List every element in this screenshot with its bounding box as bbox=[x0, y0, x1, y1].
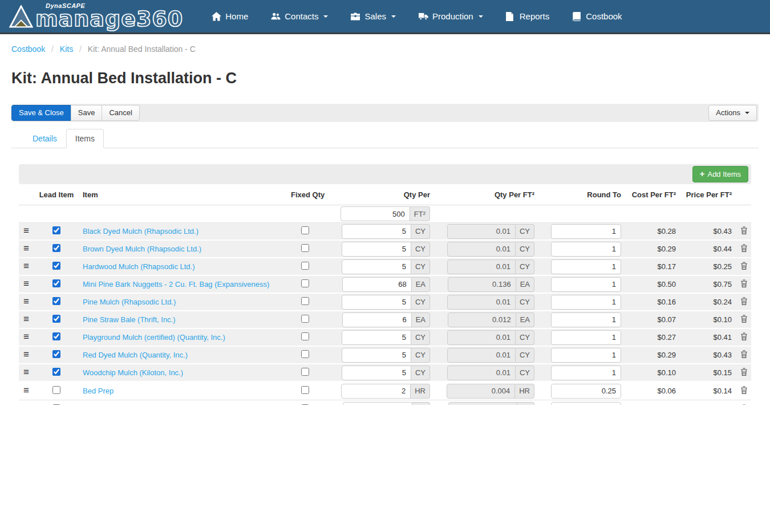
nav-item-sales[interactable]: Sales bbox=[339, 0, 407, 33]
lead-item-checkbox[interactable] bbox=[52, 262, 60, 270]
delete-item-button[interactable] bbox=[740, 404, 748, 405]
drag-handle-icon[interactable]: ≡ bbox=[23, 385, 29, 396]
round-to-input[interactable] bbox=[551, 330, 621, 345]
qty-per-input[interactable] bbox=[342, 366, 411, 380]
col-header-item: Item bbox=[77, 190, 291, 199]
item-link[interactable]: Black Dyed Mulch (Rhapsodic Ltd.) bbox=[83, 227, 198, 235]
save-button[interactable]: Save bbox=[71, 105, 103, 121]
item-link[interactable]: Pine Straw Bale (Thrift, Inc.) bbox=[83, 315, 176, 324]
item-link[interactable]: Hardwood Mulch (Rhapsodic Ltd.) bbox=[83, 262, 195, 271]
qty-per-input[interactable] bbox=[342, 295, 411, 310]
lead-item-checkbox[interactable] bbox=[52, 226, 60, 234]
round-to-input[interactable] bbox=[551, 402, 621, 405]
round-to-input[interactable] bbox=[551, 295, 621, 310]
drag-handle-icon[interactable]: ≡ bbox=[23, 314, 29, 324]
drag-handle-icon[interactable]: ≡ bbox=[23, 367, 29, 377]
fixed-qty-checkbox[interactable] bbox=[301, 244, 309, 252]
drag-handle-icon[interactable]: ≡ bbox=[23, 349, 29, 360]
drag-handle-icon[interactable]: ≡ bbox=[23, 225, 29, 236]
delete-item-button[interactable] bbox=[740, 279, 748, 288]
delete-item-button[interactable] bbox=[740, 315, 748, 323]
round-to-input[interactable] bbox=[551, 242, 621, 257]
trash-icon bbox=[740, 279, 748, 288]
item-link[interactable]: Playground Mulch (certified) (Quantity, … bbox=[83, 333, 225, 342]
round-to-input[interactable] bbox=[551, 277, 621, 292]
item-link[interactable]: Brown Dyed Mulch (Rhapsodic Ltd.) bbox=[83, 245, 201, 253]
fixed-qty-checkbox[interactable] bbox=[301, 386, 309, 394]
delete-item-button[interactable] bbox=[740, 297, 748, 306]
drag-handle-icon[interactable]: ≡ bbox=[23, 331, 29, 342]
round-to-input[interactable] bbox=[551, 259, 621, 274]
round-to-input[interactable] bbox=[551, 312, 621, 327]
lead-item-checkbox[interactable] bbox=[52, 332, 60, 340]
fixed-qty-checkbox[interactable] bbox=[301, 279, 309, 287]
qty-per-input[interactable] bbox=[341, 384, 411, 399]
drag-handle-icon[interactable]: ≡ bbox=[23, 403, 29, 405]
tab-details[interactable]: Details bbox=[23, 129, 66, 148]
fixed-qty-checkbox[interactable] bbox=[301, 350, 309, 358]
nav-item-home[interactable]: Home bbox=[200, 0, 260, 33]
breadcrumb-link-costbook[interactable]: Costbook bbox=[11, 44, 45, 54]
fixed-qty-checkbox[interactable] bbox=[301, 404, 309, 405]
nav-item-production[interactable]: Production bbox=[407, 0, 495, 33]
qty-per-input[interactable] bbox=[342, 259, 411, 274]
top-navbar: DynaSCAPE manage360 Home Contacts Sales … bbox=[0, 0, 770, 34]
add-items-button[interactable]: Add Items bbox=[692, 166, 748, 182]
lead-item-checkbox[interactable] bbox=[52, 368, 60, 376]
round-to-input[interactable] bbox=[551, 384, 621, 399]
fixed-qty-checkbox[interactable] bbox=[301, 368, 309, 376]
qty-per-ft2-input bbox=[447, 366, 516, 380]
item-link[interactable]: Bed Prep bbox=[83, 387, 114, 395]
qty-per-input[interactable] bbox=[342, 224, 411, 239]
nav-item-reports[interactable]: Reports bbox=[495, 0, 561, 33]
delete-item-button[interactable] bbox=[740, 244, 748, 253]
table-row: ≡ Red Dyed Mulch (Quantity, Inc.) CY CY … bbox=[19, 347, 751, 364]
cancel-button[interactable]: Cancel bbox=[102, 105, 139, 121]
round-to-input[interactable] bbox=[551, 366, 621, 380]
item-link[interactable]: Woodchip Mulch (Kiloton, Inc.) bbox=[83, 368, 183, 377]
lead-item-checkbox[interactable] bbox=[52, 386, 60, 394]
lead-item-checkbox[interactable] bbox=[52, 244, 60, 252]
qty-per-input[interactable] bbox=[342, 242, 411, 257]
drag-handle-icon[interactable]: ≡ bbox=[23, 278, 29, 289]
lead-item-checkbox[interactable] bbox=[52, 315, 60, 323]
delete-item-button[interactable] bbox=[740, 262, 748, 270]
delete-item-button[interactable] bbox=[740, 368, 748, 376]
drag-handle-icon[interactable]: ≡ bbox=[23, 243, 29, 254]
round-to-input[interactable] bbox=[551, 224, 621, 239]
qty-per-input[interactable] bbox=[342, 330, 411, 345]
lead-item-checkbox[interactable] bbox=[52, 279, 60, 287]
lead-item-checkbox[interactable] bbox=[52, 297, 60, 305]
delete-item-button[interactable] bbox=[740, 386, 748, 395]
action-toolbar: Save & Close Save Cancel Actions bbox=[11, 104, 759, 122]
delete-item-button[interactable] bbox=[740, 350, 748, 359]
nav-item-costbook[interactable]: Costbook bbox=[561, 0, 633, 33]
item-link[interactable]: Red Dyed Mulch (Quantity, Inc.) bbox=[83, 351, 188, 359]
qty-per-input[interactable] bbox=[342, 348, 411, 363]
item-link[interactable]: Pine Mulch (Rhapsodic Ltd.) bbox=[83, 298, 176, 306]
fixed-qty-checkbox[interactable] bbox=[301, 262, 309, 270]
round-to-input[interactable] bbox=[551, 348, 621, 363]
drag-handle-icon[interactable]: ≡ bbox=[23, 261, 29, 271]
item-link[interactable]: Mini Pine Bark Nuggetts - 2 Cu. Ft. Bag … bbox=[83, 280, 269, 289]
delete-item-button[interactable] bbox=[740, 226, 748, 235]
manage360-logo[interactable]: DynaSCAPE manage360 bbox=[9, 3, 183, 30]
breadcrumb-link-kits[interactable]: Kits bbox=[60, 44, 73, 54]
lead-item-checkbox[interactable] bbox=[52, 404, 60, 405]
fixed-qty-checkbox[interactable] bbox=[301, 315, 309, 323]
delete-item-button[interactable] bbox=[740, 332, 748, 341]
qty-per-input[interactable] bbox=[343, 402, 412, 405]
fixed-qty-checkbox[interactable] bbox=[301, 297, 309, 305]
price-per-ft2-value: $0.25 bbox=[680, 262, 736, 271]
save-and-close-button[interactable]: Save & Close bbox=[11, 105, 71, 121]
qty-per-input[interactable] bbox=[342, 277, 412, 292]
tab-items[interactable]: Items bbox=[66, 129, 104, 148]
nav-item-contacts[interactable]: Contacts bbox=[260, 0, 339, 33]
qty-per-input[interactable] bbox=[342, 312, 412, 327]
fixed-qty-checkbox[interactable] bbox=[301, 226, 309, 234]
kit-area-qty-input[interactable] bbox=[341, 206, 410, 221]
lead-item-checkbox[interactable] bbox=[52, 350, 60, 358]
fixed-qty-checkbox[interactable] bbox=[301, 332, 309, 340]
actions-dropdown-button[interactable]: Actions bbox=[708, 105, 757, 121]
drag-handle-icon[interactable]: ≡ bbox=[23, 296, 29, 307]
